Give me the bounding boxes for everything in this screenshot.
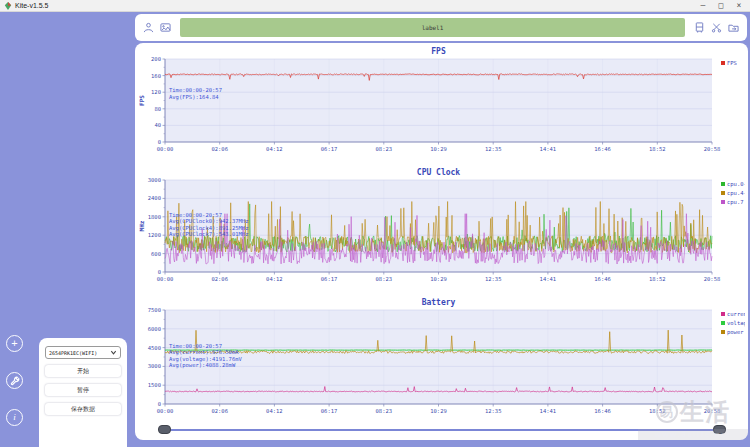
chart-battery[interactable]: Battery00:0002:0604:1206:1708:2310:2912:… <box>137 296 748 428</box>
svg-text:10:29: 10:29 <box>430 408 447 414</box>
svg-text:16:46: 16:46 <box>594 146 611 152</box>
svg-text:1500: 1500 <box>148 382 161 388</box>
range-slider-handle-right[interactable] <box>713 425 726 434</box>
svg-text:Time:00:00-20:57: Time:00:00-20:57 <box>169 87 222 93</box>
svg-text:14:41: 14:41 <box>540 408 557 414</box>
wrench-icon <box>10 376 20 386</box>
svg-text:18:52: 18:52 <box>649 146 666 152</box>
svg-text:18:52: 18:52 <box>649 408 666 414</box>
svg-text:Avg(FPS):164.84: Avg(FPS):164.84 <box>169 94 219 101</box>
info-button[interactable]: i <box>6 409 23 426</box>
svg-text:14:41: 14:41 <box>540 146 557 152</box>
device-select-value: 2654PRK1EC(WIFI) <box>49 350 97 356</box>
export-icon[interactable] <box>727 21 740 34</box>
svg-text:16:46: 16:46 <box>594 408 611 414</box>
svg-text:40: 40 <box>154 122 161 128</box>
image-icon[interactable] <box>159 21 172 34</box>
svg-text:FPS: FPS <box>727 60 737 66</box>
svg-text:CPU Clock: CPU Clock <box>417 168 461 177</box>
device-select[interactable]: 2654PRK1EC(WIFI) <box>45 346 121 359</box>
chart-fps[interactable]: FPS00:0002:0604:1206:1708:2310:2912:3514… <box>137 45 748 166</box>
chevron-down-icon <box>110 349 117 356</box>
control-panel: 2654PRK1EC(WIFI) 开始 暂停 保存数据 <box>39 338 127 447</box>
save-icon[interactable] <box>693 21 706 34</box>
svg-text:0: 0 <box>158 401 161 407</box>
window-title: Kite-v1.5.5 <box>15 2 48 9</box>
svg-text:12:35: 12:35 <box>485 276 502 282</box>
user-icon[interactable] <box>142 21 155 34</box>
svg-text:1800: 1800 <box>148 214 161 220</box>
svg-text:02:06: 02:06 <box>211 276 228 282</box>
svg-text:02:06: 02:06 <box>211 408 228 414</box>
svg-text:Battery: Battery <box>422 298 456 307</box>
svg-text:04:12: 04:12 <box>266 408 283 414</box>
svg-text:06:17: 06:17 <box>321 146 338 152</box>
app-background: label1 FPS00:0002:0604:1206:1708:2310:29… <box>0 12 750 447</box>
svg-text:voltage: voltage <box>727 320 745 327</box>
svg-text:MHz: MHz <box>138 220 145 231</box>
save-data-button[interactable]: 保存数据 <box>45 403 121 415</box>
topbar: label1 <box>135 14 747 41</box>
svg-text:04:12: 04:12 <box>266 276 283 282</box>
cut-icon[interactable] <box>710 21 723 34</box>
svg-text:160: 160 <box>151 73 161 79</box>
svg-text:120: 120 <box>151 89 161 95</box>
svg-text:Avg(power):4088.28mW: Avg(power):4088.28mW <box>169 362 236 369</box>
svg-text:2400: 2400 <box>148 195 161 201</box>
svg-text:08:23: 08:23 <box>376 146 393 152</box>
svg-text:7500: 7500 <box>148 307 161 313</box>
svg-text:10:29: 10:29 <box>430 146 447 152</box>
time-range-slider <box>135 422 748 438</box>
minimize-button[interactable]: – <box>696 0 710 11</box>
svg-text:00:00: 00:00 <box>157 276 174 282</box>
svg-text:Avg(CPUClock7):543.01MHz: Avg(CPUClock7):543.01MHz <box>169 231 248 238</box>
svg-text:0: 0 <box>158 139 161 145</box>
svg-text:14:41: 14:41 <box>540 276 557 282</box>
svg-text:16:46: 16:46 <box>594 276 611 282</box>
svg-text:power: power <box>727 329 744 336</box>
svg-text:80: 80 <box>154 106 161 112</box>
svg-text:0: 0 <box>158 269 161 275</box>
svg-text:3000: 3000 <box>148 363 161 369</box>
svg-text:600: 600 <box>151 251 161 257</box>
svg-text:20:58: 20:58 <box>704 146 721 152</box>
chart-cpu-clock[interactable]: CPU Clock00:0002:0604:1206:1708:2310:291… <box>137 166 748 296</box>
plus-icon: + <box>11 338 17 349</box>
svg-text:current: current <box>727 311 745 317</box>
maximize-button[interactable]: □ <box>714 0 728 11</box>
svg-text:200: 200 <box>151 56 161 62</box>
start-button[interactable]: 开始 <box>45 365 121 377</box>
svg-text:cpu.4-6: cpu.4-6 <box>727 190 745 197</box>
range-slider-track[interactable] <box>165 429 720 431</box>
svg-text:20:58: 20:58 <box>704 408 721 414</box>
svg-text:3000: 3000 <box>148 177 161 183</box>
svg-text:20:58: 20:58 <box>704 276 721 282</box>
label-input[interactable]: label1 <box>180 18 685 37</box>
svg-text:6000: 6000 <box>148 326 161 332</box>
close-button[interactable]: × <box>732 0 746 11</box>
svg-text:00:00: 00:00 <box>157 146 174 152</box>
svg-text:10:29: 10:29 <box>430 276 447 282</box>
svg-text:cpu.0-3: cpu.0-3 <box>727 181 745 188</box>
range-slider-handle-left[interactable] <box>158 425 171 434</box>
titlebar: Kite-v1.5.5 – □ × <box>0 0 750 12</box>
svg-text:18:52: 18:52 <box>649 276 666 282</box>
svg-text:cpu.7: cpu.7 <box>727 199 744 206</box>
svg-text:02:06: 02:06 <box>211 146 228 152</box>
pause-button[interactable]: 暂停 <box>45 384 121 396</box>
svg-text:12:35: 12:35 <box>485 408 502 414</box>
svg-text:Time:00:00-20:57: Time:00:00-20:57 <box>169 343 222 349</box>
svg-text:08:23: 08:23 <box>376 276 393 282</box>
charts-panel: FPS00:0002:0604:1206:1708:2310:2912:3514… <box>135 43 748 440</box>
window-controls: – □ × <box>696 0 746 11</box>
app-logo-icon <box>4 2 12 10</box>
add-device-button[interactable]: + <box>6 335 23 352</box>
svg-text:12:35: 12:35 <box>485 146 502 152</box>
info-icon: i <box>13 413 16 422</box>
svg-text:4500: 4500 <box>148 345 161 351</box>
svg-text:08:23: 08:23 <box>376 408 393 414</box>
svg-text:06:17: 06:17 <box>321 408 338 414</box>
svg-text:FPS: FPS <box>138 95 145 106</box>
svg-text:FPS: FPS <box>431 47 446 56</box>
settings-button[interactable] <box>6 372 23 389</box>
